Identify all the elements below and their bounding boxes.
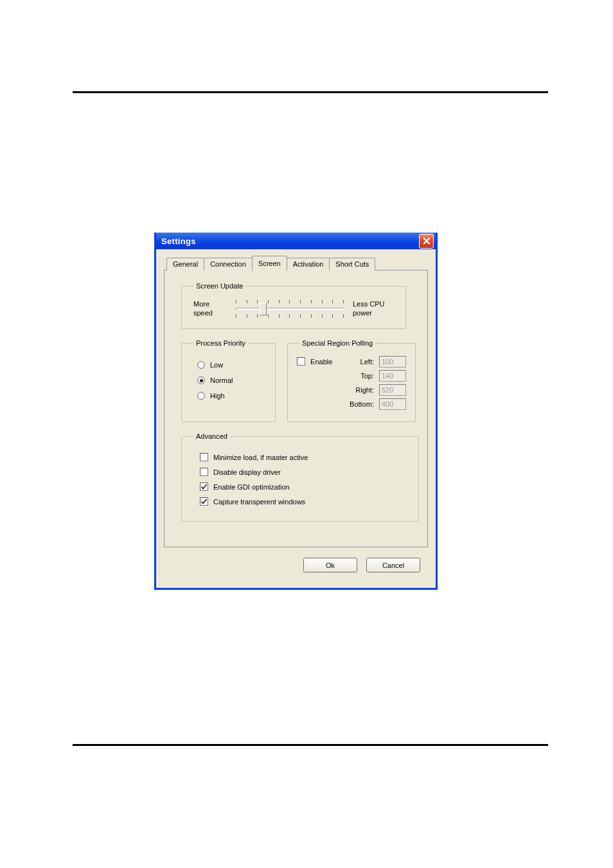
cancel-button[interactable]: Cancel bbox=[366, 558, 420, 572]
checkbox-minimize-load[interactable]: Minimize load, if master active bbox=[200, 453, 409, 461]
tab-screen[interactable]: Screen bbox=[252, 256, 287, 271]
radio-label: Low bbox=[210, 361, 223, 369]
checkbox-label: Capture transperent windows bbox=[213, 498, 305, 506]
checkbox-disable-display-driver[interactable]: Disable display driver bbox=[200, 468, 409, 476]
radio-priority-normal[interactable]: Normal bbox=[197, 376, 266, 384]
field-label-right: Right: bbox=[355, 386, 374, 394]
field-label-top: Top: bbox=[360, 372, 374, 380]
checkbox-capture-transparent[interactable]: Capture transperent windows bbox=[200, 497, 409, 506]
slider-thumb[interactable] bbox=[260, 303, 267, 315]
tab-label: Screen bbox=[258, 260, 281, 267]
checkbox-srp-enable[interactable]: Enable bbox=[297, 357, 343, 366]
group-legend: Screen Update bbox=[193, 282, 245, 290]
radio-priority-high[interactable]: High bbox=[197, 392, 266, 400]
input-srp-right[interactable] bbox=[379, 384, 406, 396]
page-rule-bottom bbox=[73, 744, 548, 746]
radio-icon bbox=[197, 392, 205, 400]
dialog-button-row: Ok Cancel bbox=[164, 547, 428, 580]
checkbox-label: Enable bbox=[310, 358, 332, 366]
group-process-priority: Process Priority Low Normal High bbox=[181, 339, 276, 422]
checkbox-label: Enable GDI optimization bbox=[213, 483, 290, 491]
input-srp-bottom[interactable] bbox=[379, 398, 406, 410]
group-legend: Advanced bbox=[193, 432, 230, 440]
radio-label: High bbox=[210, 392, 225, 400]
close-button[interactable] bbox=[419, 234, 434, 249]
titlebar[interactable]: Settings bbox=[156, 233, 436, 249]
dialog-title: Settings bbox=[161, 236, 196, 246]
checkbox-enable-gdi[interactable]: Enable GDI optimization bbox=[200, 483, 409, 491]
group-legend: Process Priority bbox=[193, 339, 248, 347]
checkbox-icon bbox=[200, 483, 208, 491]
tab-strip: General Connection Screen Activation Sho… bbox=[164, 256, 428, 270]
radio-label: Normal bbox=[210, 376, 233, 384]
tab-label: Connection bbox=[210, 260, 246, 268]
input-srp-left[interactable] bbox=[379, 356, 406, 368]
settings-dialog: Settings General Connection Screen Activ… bbox=[154, 233, 438, 590]
close-icon bbox=[423, 237, 431, 245]
slider-ticks-bottom bbox=[236, 314, 344, 318]
checkbox-icon bbox=[200, 453, 208, 461]
checkbox-label: Minimize load, if master active bbox=[213, 454, 308, 461]
tab-connection[interactable]: Connection bbox=[204, 258, 253, 270]
ok-button[interactable]: Ok bbox=[303, 558, 357, 572]
page-rule-top bbox=[73, 91, 548, 93]
slider-left-label: More speed bbox=[193, 300, 227, 318]
tab-label: General bbox=[173, 260, 198, 268]
radio-icon bbox=[197, 361, 205, 369]
tab-shortcuts[interactable]: Short Cuts bbox=[329, 258, 375, 270]
checkbox-icon bbox=[200, 497, 208, 506]
field-label-bottom: Bottom: bbox=[350, 400, 374, 408]
tab-general[interactable]: General bbox=[166, 258, 204, 270]
tab-panel-screen: Screen Update More speed bbox=[164, 270, 428, 547]
checkbox-label: Disable display driver bbox=[213, 468, 281, 476]
screen-update-slider[interactable] bbox=[236, 300, 344, 318]
input-srp-top[interactable] bbox=[379, 370, 406, 382]
checkbox-icon bbox=[200, 468, 208, 476]
group-legend: Special Region Polling bbox=[299, 339, 375, 347]
tab-label: Short Cuts bbox=[335, 260, 369, 268]
check-icon bbox=[200, 498, 208, 505]
slider-right-label: Less CPU power bbox=[353, 300, 394, 318]
check-icon bbox=[200, 483, 208, 490]
radio-priority-low[interactable]: Low bbox=[197, 361, 266, 369]
group-special-region-polling: Special Region Polling Enable Left: bbox=[287, 339, 416, 422]
field-label-left: Left: bbox=[360, 358, 374, 366]
tab-label: Activation bbox=[293, 260, 324, 268]
checkbox-icon bbox=[297, 357, 305, 366]
radio-icon bbox=[197, 376, 205, 384]
tab-activation[interactable]: Activation bbox=[287, 258, 330, 270]
group-advanced: Advanced Minimize load, if master active… bbox=[181, 432, 419, 522]
group-screen-update: Screen Update More speed bbox=[181, 282, 406, 329]
